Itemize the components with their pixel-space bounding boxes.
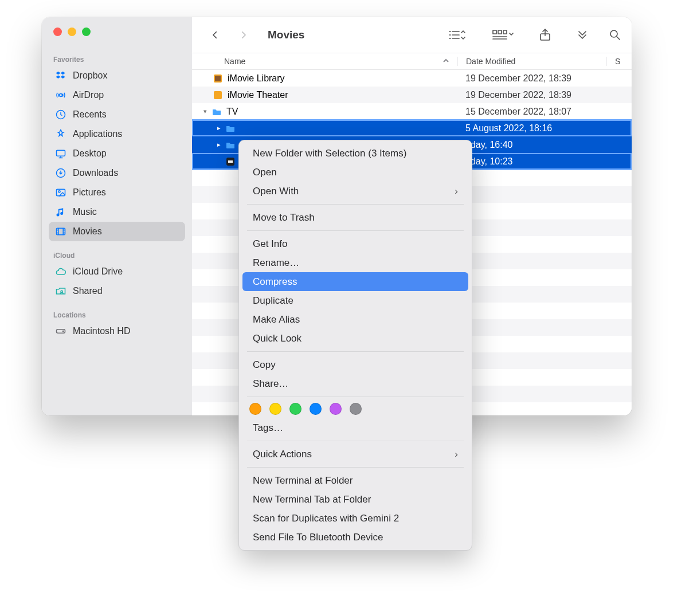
app-icon	[224, 155, 237, 168]
close-button[interactable]	[53, 28, 62, 36]
column-size[interactable]: S	[606, 57, 632, 66]
sidebar-item-label: Downloads	[73, 168, 118, 178]
file-row[interactable]: ▸ 5 August 2022, 18:16	[192, 120, 632, 136]
svg-rect-10	[493, 30, 496, 34]
view-group-button[interactable]	[492, 26, 516, 44]
svg-rect-19	[228, 160, 233, 163]
more-button[interactable]	[577, 26, 588, 44]
menu-open-with[interactable]: Open With›	[242, 182, 468, 201]
sidebar-section-label: iCloud	[49, 248, 185, 262]
sidebar-item-label: Music	[73, 207, 97, 217]
menu-rename[interactable]: Rename…	[242, 253, 468, 272]
sidebar: Favorites Dropbox AirDrop Recents Applic…	[42, 17, 192, 415]
column-size-label: S	[615, 57, 620, 66]
svg-rect-6	[57, 228, 65, 235]
disclosure-right-icon[interactable]: ▸	[214, 124, 224, 132]
page-title: Movies	[268, 29, 304, 41]
disclosure-right-icon[interactable]: ▸	[214, 141, 224, 148]
sidebar-item-icloud-drive[interactable]: iCloud Drive	[49, 262, 185, 281]
tag-orange[interactable]	[249, 403, 261, 415]
file-row[interactable]: iMovie Library 19 December 2022, 18:39	[192, 70, 632, 87]
sidebar-item-shared[interactable]: Shared	[49, 281, 185, 301]
cloud-icon	[54, 265, 67, 278]
file-date: oday, 10:23	[457, 156, 632, 167]
clock-icon	[54, 108, 67, 121]
tag-gray[interactable]	[350, 403, 362, 415]
tag-blue[interactable]	[310, 403, 322, 415]
forward-button[interactable]	[236, 27, 252, 43]
svg-rect-11	[498, 30, 502, 34]
maximize-button[interactable]	[82, 28, 91, 36]
chevron-right-icon: ›	[455, 449, 458, 460]
menu-make-alias[interactable]: Make Alias	[242, 310, 468, 329]
menu-tags[interactable]: Tags…	[242, 418, 468, 437]
sidebar-item-label: Dropbox	[73, 70, 107, 81]
menu-quick-look[interactable]: Quick Look	[242, 329, 468, 348]
menu-send-bluetooth[interactable]: Send File To Bluetooth Device	[242, 528, 468, 547]
search-button[interactable]	[609, 26, 621, 44]
file-date: 19 December 2022, 18:39	[457, 73, 632, 84]
back-button[interactable]	[207, 27, 223, 43]
sidebar-item-label: iCloud Drive	[73, 266, 123, 277]
menu-share[interactable]: Share…	[242, 374, 468, 393]
sidebar-item-recents[interactable]: Recents	[49, 105, 185, 124]
share-button[interactable]	[539, 26, 551, 44]
menu-new-terminal[interactable]: New Terminal at Folder	[242, 471, 468, 490]
tag-yellow[interactable]	[269, 403, 281, 415]
view-list-button[interactable]	[447, 26, 468, 44]
pictures-icon	[54, 186, 67, 199]
svg-point-5	[58, 191, 60, 193]
sidebar-item-label: Recents	[73, 109, 107, 120]
menu-compress[interactable]: Compress	[242, 272, 468, 291]
tag-green[interactable]	[289, 403, 301, 415]
file-date: 19 December 2022, 18:39	[457, 90, 632, 100]
menu-new-terminal-tab[interactable]: New Terminal Tab at Folder	[242, 490, 468, 509]
menu-quick-actions[interactable]: Quick Actions›	[242, 445, 468, 464]
dropbox-icon	[54, 69, 67, 82]
menu-tag-colors	[239, 401, 472, 418]
chevron-right-icon: ›	[455, 186, 458, 197]
sort-asc-icon	[443, 57, 449, 66]
sidebar-item-label: Desktop	[73, 148, 107, 159]
sidebar-section-label: Locations	[49, 308, 185, 321]
desktop-icon	[54, 147, 67, 160]
folder-icon	[210, 105, 223, 118]
menu-copy[interactable]: Copy	[242, 355, 468, 374]
svg-rect-17	[214, 91, 222, 99]
disclosure-down-icon[interactable]: ▾	[200, 108, 210, 115]
sidebar-item-music[interactable]: Music	[49, 202, 185, 222]
menu-duplicate[interactable]: Duplicate	[242, 291, 468, 310]
applications-icon	[54, 128, 67, 140]
menu-get-info[interactable]: Get Info	[242, 234, 468, 253]
column-date-label: Date Modified	[466, 57, 515, 66]
sidebar-item-downloads[interactable]: Downloads	[49, 163, 185, 183]
menu-scan-duplicates[interactable]: Scan for Duplicates with Gemini 2	[242, 509, 468, 528]
minimize-button[interactable]	[68, 28, 76, 36]
sidebar-item-macintosh-hd[interactable]: Macintosh HD	[49, 321, 185, 341]
sidebar-item-pictures[interactable]: Pictures	[49, 183, 185, 202]
column-header: Name Date Modified S	[192, 53, 632, 70]
airdrop-icon	[54, 89, 67, 101]
menu-open[interactable]: Open	[242, 163, 468, 182]
svg-rect-16	[215, 76, 221, 81]
column-date[interactable]: Date Modified	[457, 57, 606, 66]
toolbar: Movies	[192, 17, 632, 53]
file-date: 5 August 2022, 18:16	[457, 123, 632, 134]
menu-move-to-trash[interactable]: Move to Trash	[242, 208, 468, 227]
tag-purple[interactable]	[330, 403, 342, 415]
svg-point-0	[60, 94, 62, 97]
sidebar-item-label: Macintosh HD	[73, 326, 130, 336]
file-row[interactable]: ▾ TV 15 December 2022, 18:07	[192, 103, 632, 120]
file-name: TV	[226, 107, 238, 117]
column-name[interactable]: Name	[192, 57, 457, 66]
sidebar-item-applications[interactable]: Applications	[49, 124, 185, 144]
sidebar-item-dropbox[interactable]: Dropbox	[49, 66, 185, 85]
folder-icon	[224, 122, 237, 135]
file-row[interactable]: iMovie Theater 19 December 2022, 18:39	[192, 87, 632, 103]
sidebar-item-desktop[interactable]: Desktop	[49, 144, 185, 163]
menu-new-folder-selection[interactable]: New Folder with Selection (3 Items)	[242, 144, 468, 163]
sidebar-item-airdrop[interactable]: AirDrop	[49, 85, 185, 105]
movies-icon	[54, 225, 67, 238]
sidebar-item-movies[interactable]: Movies	[49, 222, 185, 241]
traffic-lights	[53, 28, 185, 36]
